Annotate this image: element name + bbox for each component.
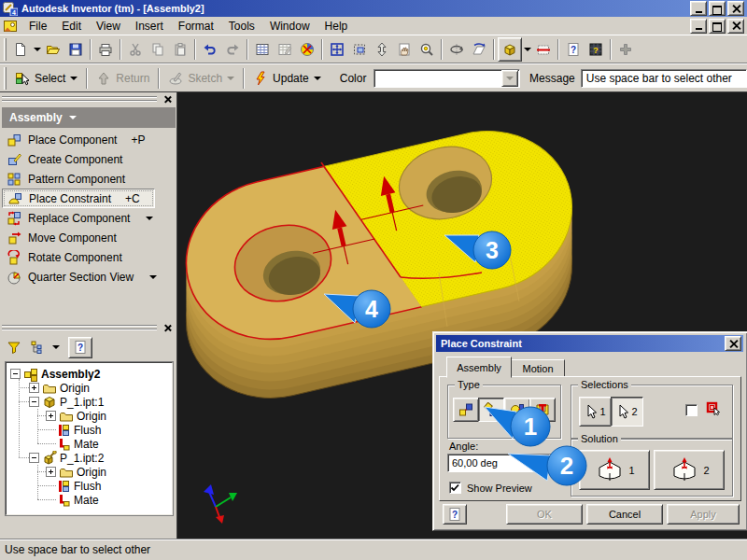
tree-node-p1-ipt-2[interactable]: P_1.ipt:2 — [29, 451, 104, 465]
panel-grip[interactable] — [2, 100, 157, 102]
new-document-dropdown[interactable] — [32, 38, 42, 61]
slice-graphics-button[interactable] — [532, 38, 555, 61]
browser-close-button[interactable] — [162, 322, 174, 334]
tree-node-origin[interactable]: Origin — [29, 381, 90, 395]
doc-restore-button[interactable] — [709, 19, 726, 34]
pick-part-first-checkbox[interactable] — [685, 404, 698, 416]
tree-node-origin[interactable]: Origin — [46, 465, 106, 479]
iproperties-button[interactable] — [296, 38, 318, 61]
tree-node-flush[interactable]: Flush — [56, 423, 101, 437]
color-combobox[interactable] — [374, 69, 520, 88]
expand-icon[interactable] — [46, 411, 56, 421]
cancel-button[interactable]: Cancel — [586, 504, 663, 525]
panel-item-replace-component[interactable]: Replace Component — [2, 208, 172, 228]
panel-item-pattern-component[interactable]: Pattern Component — [2, 169, 172, 189]
panel-item-place-component[interactable]: Place Component +P — [2, 130, 172, 149]
menu-tools[interactable]: Tools — [221, 18, 262, 35]
first-selection-button[interactable]: 1 — [579, 397, 612, 427]
menu-file[interactable]: File — [21, 18, 54, 35]
look-at-button[interactable] — [468, 38, 490, 61]
angle-constraint-button[interactable] — [478, 398, 504, 422]
undo-button[interactable] — [199, 38, 221, 61]
panel-grip[interactable] — [2, 96, 157, 98]
save-button[interactable] — [64, 38, 87, 61]
tree-node-mate[interactable]: Mate — [56, 493, 99, 507]
tree-node-origin[interactable]: Origin — [46, 409, 106, 423]
minimize-button[interactable] — [690, 1, 707, 16]
menu-help[interactable]: Help — [317, 18, 356, 35]
panel-item-create-component[interactable]: Create Component — [2, 149, 172, 169]
browser-views-button[interactable] — [26, 338, 49, 357]
rotate-button[interactable] — [445, 38, 468, 61]
dialog-title-bar[interactable]: Place Constraint — [436, 335, 743, 352]
help-topics-button[interactable]: ? — [562, 38, 585, 61]
apply-button[interactable]: Apply — [667, 504, 740, 525]
expand-icon[interactable] — [46, 467, 56, 477]
panel-item-quarter-section-view[interactable]: Quarter Section View — [2, 267, 172, 287]
print-button[interactable] — [94, 38, 117, 61]
solution-2-button[interactable]: 2 — [654, 450, 725, 490]
ok-button[interactable]: OK — [506, 504, 583, 525]
tangent-constraint-button[interactable] — [504, 398, 530, 422]
panel-close-button[interactable] — [162, 93, 174, 105]
dialog-help-button[interactable]: ? — [443, 504, 467, 525]
collapse-icon[interactable] — [10, 369, 21, 379]
message-field[interactable]: Use space bar to select other — [581, 69, 747, 88]
mate-constraint-button[interactable] — [453, 398, 479, 422]
tree-node-p1-ipt-1[interactable]: P_1.ipt:1 — [29, 395, 104, 409]
expand-icon[interactable] — [29, 383, 39, 393]
doc-minimize-button[interactable] — [690, 19, 707, 34]
tree-node-flush[interactable]: Flush — [56, 479, 101, 493]
doc-close-button[interactable] — [727, 19, 744, 34]
tree-node-assembly2[interactable]: Assembly2 — [10, 367, 100, 381]
cut-button[interactable] — [124, 38, 147, 61]
edit-sheet-button[interactable] — [274, 38, 296, 61]
solution-1-button[interactable]: 1 — [579, 450, 650, 490]
panel-item-rotate-component[interactable]: Rotate Component — [2, 247, 172, 267]
display-shaded-button[interactable] — [498, 37, 522, 62]
browser-views-dropdown[interactable] — [50, 336, 61, 358]
select-button[interactable]: Select — [9, 67, 83, 90]
menu-insert[interactable]: Insert — [128, 18, 171, 35]
tab-assembly[interactable]: Assembly — [446, 357, 512, 378]
collapse-icon[interactable] — [29, 453, 39, 463]
paste-button[interactable] — [169, 38, 191, 61]
menu-edit[interactable]: Edit — [54, 18, 89, 35]
zoom-button[interactable] — [371, 38, 393, 61]
color-dropdown-button[interactable] — [501, 70, 518, 87]
pan-button[interactable] — [393, 38, 416, 61]
insert-object-button[interactable] — [251, 38, 274, 61]
show-preview-checkbox[interactable] — [449, 482, 461, 494]
menu-format[interactable]: Format — [171, 18, 221, 35]
panel-item-move-component[interactable]: Move Component — [2, 228, 172, 247]
toolbar-grip[interactable] — [4, 38, 7, 61]
zoom-all-button[interactable] — [326, 38, 348, 61]
second-selection-button[interactable]: 2 — [611, 397, 643, 427]
browser-filter-button[interactable] — [4, 338, 24, 357]
open-button[interactable] — [42, 38, 64, 61]
insert-constraint-button[interactable] — [529, 398, 556, 422]
panel-header[interactable]: Assembly — [2, 107, 176, 128]
panel-item-place-constraint[interactable]: Place Constraint +C — [2, 189, 155, 208]
tab-motion[interactable]: Motion — [511, 359, 565, 378]
browser-help-button[interactable]: ? — [68, 337, 92, 358]
browser-grip[interactable] — [2, 329, 157, 330]
menu-window[interactable]: Window — [262, 18, 317, 35]
new-document-button[interactable] — [9, 38, 32, 61]
display-mode-dropdown[interactable] — [522, 38, 532, 61]
whats-this-button[interactable]: ? — [585, 38, 607, 61]
collapse-icon[interactable] — [29, 397, 39, 407]
sketch-button[interactable]: Sketch — [162, 67, 240, 90]
angle-dropdown-button[interactable] — [549, 455, 565, 471]
redo-button[interactable] — [221, 38, 244, 61]
return-button[interactable]: Return — [91, 67, 155, 90]
toolbar-grip[interactable] — [4, 67, 7, 90]
tree-node-mate[interactable]: Mate — [56, 437, 99, 451]
restore-button[interactable] — [709, 1, 726, 16]
zoom-window-button[interactable] — [348, 38, 371, 61]
menu-view[interactable]: View — [89, 18, 128, 35]
zoom-selected-button[interactable] — [416, 38, 438, 61]
angle-combobox[interactable]: 60,00 deg — [447, 454, 567, 472]
copy-button[interactable] — [147, 38, 169, 61]
update-button[interactable]: Update — [247, 67, 327, 90]
